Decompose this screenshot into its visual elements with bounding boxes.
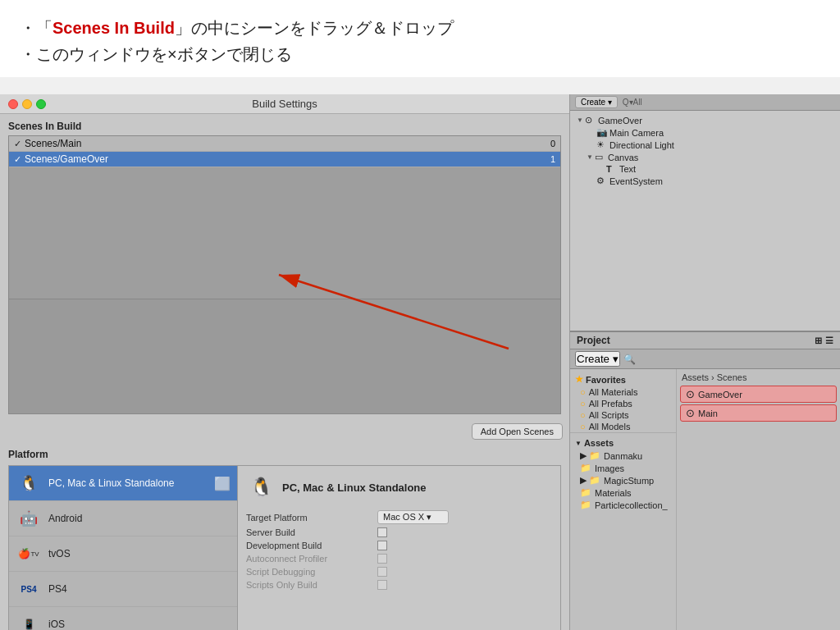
setting-label-scripts-only: Scripts Only Build: [246, 580, 377, 590]
scenes-assets-panel: Assets › Scenes ⊙ GameOver ⊙ Main: [677, 369, 840, 630]
scenes-drop-area[interactable]: [8, 299, 561, 414]
platform-name-pc: PC, Mac & Linux Standalone: [48, 477, 174, 489]
hier-label-canvas: Canvas: [608, 153, 638, 162]
hier-item-text[interactable]: T Text: [570, 163, 840, 175]
platform-icon-ios: 📱: [16, 611, 42, 630]
asset-label-main: Main: [698, 409, 718, 418]
assets-item-magicstump[interactable]: ▶ 📁 MagicStump: [570, 474, 676, 486]
asset-icon-gameover: ⊙: [686, 388, 695, 400]
folder-icon-images: 📁: [580, 463, 591, 473]
fav-item-all-models[interactable]: ○ All Models: [570, 421, 676, 432]
project-panel-label: Project: [577, 335, 610, 346]
platform-name-ios: iOS: [48, 619, 65, 630]
project-create-button[interactable]: Create ▾: [575, 351, 620, 367]
platform-icon-tvos: 🍎TV: [16, 541, 42, 567]
assets-section: ▼ Assets ▶ 📁 Danmaku 📁 Images ▶ 📁: [570, 432, 676, 514]
platform-item-android[interactable]: 🤖 Android: [9, 501, 237, 536]
hierarchy-content: ▼ ⊙ GameOver 📷 Main Camera ☀ Directional…: [570, 111, 840, 331]
hier-icon-text: T: [606, 164, 618, 174]
setting-value-dev-build: [377, 541, 387, 550]
hier-icon-canvas: ▭: [595, 152, 606, 162]
folder-icon-magicstump: ▶ 📁: [580, 475, 600, 486]
hier-icon-directional-light: ☀: [596, 139, 608, 150]
platform-item-ps4[interactable]: PS4 PS4: [9, 572, 237, 607]
favorites-header: ★ Favorites: [570, 372, 676, 386]
setting-label-target-platform: Target Platform: [246, 513, 377, 523]
asset-item-main[interactable]: ⊙ Main: [680, 404, 837, 422]
server-build-checkbox[interactable]: [377, 527, 387, 537]
fav-label-all-materials: All Materials: [589, 387, 638, 397]
hier-item-eventsystem[interactable]: ⚙ EventSystem: [570, 175, 840, 187]
hier-icon-gameover: ⊙: [585, 115, 596, 126]
instruction-line-2: ・このウィンドウを×ボタンで閉じる: [20, 41, 820, 67]
assets-item-particlecollection[interactable]: 📁 Particlecollection_: [570, 499, 676, 511]
assets-item-materials[interactable]: 📁 Materials: [570, 486, 676, 499]
platform-list: 🐧 PC, Mac & Linux Standalone ⬜ 🤖 Android…: [8, 465, 238, 630]
add-open-scenes-button[interactable]: Add Open Scenes: [472, 423, 563, 440]
setting-row-autoconnect: Autoconnect Profiler: [246, 554, 552, 564]
platform-label: Platform: [8, 449, 561, 460]
project-layout-icon[interactable]: ⊞: [815, 336, 822, 346]
folder-icon-particlecollection: 📁: [580, 500, 591, 510]
platform-content: 🐧 PC, Mac & Linux Standalone ⬜ 🤖 Android…: [8, 465, 561, 630]
close-button[interactable]: [8, 99, 18, 109]
minimize-button[interactable]: [22, 99, 32, 109]
platform-item-pc[interactable]: 🐧 PC, Mac & Linux Standalone ⬜: [9, 466, 237, 501]
platform-name-android: Android: [48, 513, 82, 524]
platform-name-ps4: PS4: [48, 583, 67, 595]
assets-item-danmaku[interactable]: ▶ 📁 Danmaku: [570, 450, 676, 462]
fav-circle-icon-scripts: ○: [580, 410, 586, 420]
project-list-icon[interactable]: ☰: [825, 336, 833, 346]
platform-item-tvos[interactable]: 🍎TV tvOS: [9, 536, 237, 572]
setting-value-script-debug: [377, 567, 387, 577]
hier-item-main-camera[interactable]: 📷 Main Camera: [570, 126, 840, 139]
project-panel: Project ⊞ ☰ Create ▾ 🔍 ★ Favorites: [570, 332, 840, 630]
scene-name-gameover: Scenes/GameOver: [25, 153, 550, 165]
assets-item-images[interactable]: 📁 Images: [570, 462, 676, 474]
maximize-button[interactable]: [36, 99, 46, 109]
project-toolbar: Create ▾ 🔍: [570, 349, 840, 369]
scenes-in-build-label: Scenes In Build: [8, 121, 561, 132]
project-search-icon: 🔍: [623, 354, 636, 365]
script-debugging-checkbox[interactable]: [377, 567, 387, 577]
fav-item-all-scripts[interactable]: ○ All Scripts: [570, 409, 676, 421]
fav-circle-icon-prefabs: ○: [580, 399, 586, 409]
platform-settings-name: PC, Mac & Linux Standalone: [282, 482, 427, 494]
hier-item-canvas[interactable]: ▼ ▭ Canvas: [570, 151, 840, 163]
platform-icon-android: 🤖: [16, 505, 42, 532]
hierarchy-toolbar: Create ▾ Q▾All: [570, 94, 840, 111]
window-buttons: [8, 99, 46, 109]
breadcrumb: Assets › Scenes: [680, 372, 837, 382]
build-settings-panel: Build Settings Scenes In Build ✓ Scenes/…: [0, 94, 570, 630]
asset-item-gameover[interactable]: ⊙ GameOver: [680, 386, 837, 403]
scenes-list: ✓ Scenes/Main 0 ✓ Scenes/GameOver 1: [8, 135, 561, 299]
hier-item-gameover[interactable]: ▼ ⊙ GameOver: [570, 114, 840, 126]
setting-value-target-platform: Mac OS X ▾: [377, 510, 449, 524]
fav-item-all-prefabs[interactable]: ○ All Prefabs: [570, 398, 676, 409]
scene-checkmark-main: ✓: [14, 139, 21, 149]
scripts-only-checkbox[interactable]: [377, 580, 387, 590]
fav-item-all-materials[interactable]: ○ All Materials: [570, 386, 676, 398]
fav-label-all-prefabs: All Prefabs: [589, 399, 632, 409]
target-platform-select[interactable]: Mac OS X ▾: [377, 510, 449, 524]
scene-name-main: Scenes/Main: [25, 138, 550, 149]
hier-icon-main-camera: 📷: [596, 127, 608, 138]
platform-item-ios[interactable]: 📱 iOS: [9, 607, 237, 630]
hier-label-text: Text: [619, 164, 636, 174]
hier-label-main-camera: Main Camera: [609, 128, 664, 138]
hierarchy-create-button[interactable]: Create ▾: [575, 96, 618, 108]
hierarchy-panel: Create ▾ Q▾All ▼ ⊙ GameOver 📷 Main Camer…: [570, 94, 840, 332]
dev-build-checkbox[interactable]: [377, 541, 387, 550]
asset-icon-main: ⊙: [686, 407, 695, 419]
hier-item-directional-light[interactable]: ☀ Directional Light: [570, 139, 840, 151]
favorites-label: Favorites: [586, 375, 626, 385]
scenes-in-build-highlight: Scenes In Build: [52, 19, 175, 37]
setting-label-server-build: Server Build: [246, 527, 377, 537]
scene-item-gameover[interactable]: ✓ Scenes/GameOver 1: [9, 152, 560, 167]
setting-row-scripts-only: Scripts Only Build: [246, 580, 552, 590]
autoconnect-checkbox[interactable]: [377, 554, 387, 564]
assets-label-particlecollection: Particlecollection_: [595, 500, 668, 510]
scene-num-gameover: 1: [550, 154, 555, 164]
scene-item-main[interactable]: ✓ Scenes/Main 0: [9, 136, 560, 152]
assets-label-danmaku: Danmaku: [604, 451, 642, 461]
